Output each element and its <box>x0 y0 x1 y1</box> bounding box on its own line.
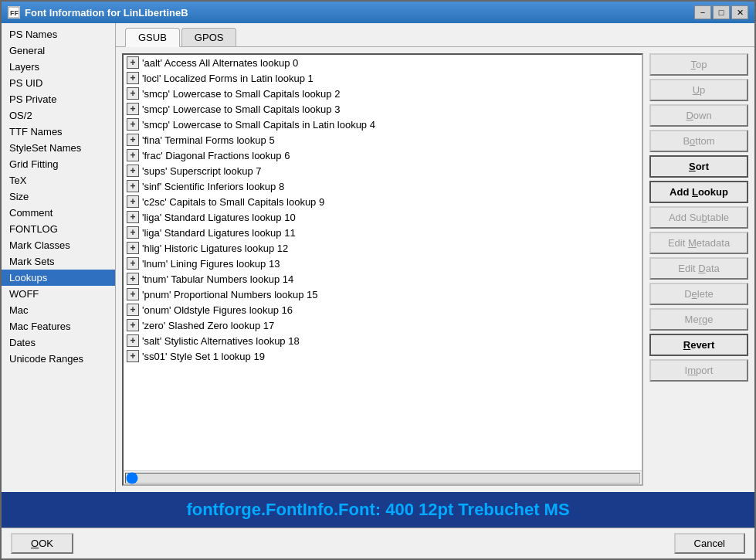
lookup-label: 'salt' Stylistic Alternatives lookup 18 <box>142 335 300 347</box>
lookup-label: 'locl' Localized Forms in Latin lookup 1 <box>142 73 314 84</box>
sidebar-item-grid-fitting[interactable]: Grid Fitting <box>2 156 115 172</box>
minimize-button[interactable]: − <box>694 5 711 19</box>
expand-icon[interactable]: + <box>127 165 139 177</box>
up-button[interactable]: Up <box>649 79 748 101</box>
sidebar-item-os2[interactable]: OS/2 <box>2 107 115 124</box>
lookup-label: 'liga' Standard Ligatures lookup 11 <box>142 227 296 239</box>
lookup-label: 'sups' Superscript lookup 7 <box>142 165 262 177</box>
lookup-label: 'fina' Terminal Forms lookup 5 <box>142 134 275 146</box>
lookup-label: 'hlig' Historic Ligatures lookup 12 <box>142 243 288 254</box>
sidebar-item-tex[interactable]: TeX <box>2 172 115 188</box>
list-item[interactable]: +'sups' Superscript lookup 7 <box>124 163 642 178</box>
status-text: fontforge.FontInfo.Font: 400 12pt Trebuc… <box>186 500 569 520</box>
expand-icon[interactable]: + <box>127 350 139 362</box>
list-item[interactable]: +'frac' Diagonal Fractions lookup 6 <box>124 148 642 163</box>
expand-icon[interactable]: + <box>127 72 139 84</box>
lookup-label: 'smcp' Lowercase to Small Capitals looku… <box>142 104 340 115</box>
top-button[interactable]: Top <box>649 53 748 76</box>
list-item[interactable]: +'liga' Standard Ligatures lookup 11 <box>124 225 642 240</box>
list-item[interactable]: +'pnum' Proportional Numbers lookup 15 <box>124 287 642 302</box>
lookup-label: 'liga' Standard Ligatures lookup 10 <box>142 212 296 223</box>
sidebar-item-ps-names[interactable]: PS Names <box>2 26 115 42</box>
sidebar-item-mac[interactable]: Mac <box>2 302 115 318</box>
expand-icon[interactable]: + <box>127 304 139 316</box>
list-item[interactable]: +'fina' Terminal Forms lookup 5 <box>124 132 642 148</box>
list-item[interactable]: +'smcp' Lowercase to Small Capitals look… <box>124 86 642 101</box>
expand-icon[interactable]: + <box>127 118 139 131</box>
sidebar-item-ttf-names[interactable]: TTF Names <box>2 124 115 140</box>
maximize-button[interactable]: □ <box>713 5 730 19</box>
expand-icon[interactable]: + <box>127 288 139 300</box>
cancel-button[interactable]: Cancel <box>674 533 745 554</box>
close-button[interactable]: ✕ <box>731 5 748 19</box>
delete-button[interactable]: Delete <box>649 283 748 305</box>
sidebar-item-ps-private[interactable]: PS Private <box>2 91 115 107</box>
list-item[interactable]: +'zero' Slashed Zero lookup 17 <box>124 317 642 333</box>
list-item[interactable]: +'salt' Stylistic Alternatives lookup 18 <box>124 333 642 348</box>
list-item[interactable]: +'smcp' Lowercase to Small Capitals in L… <box>124 117 642 132</box>
lookup-list-scroll[interactable]: +'aalt' Access All Alternates lookup 0+'… <box>124 55 642 470</box>
window-title: Font Information for LinLibertineB <box>25 7 188 19</box>
lookup-label: 'lnum' Lining Figures lookup 13 <box>142 258 280 270</box>
list-item[interactable]: +'smcp' Lowercase to Small Capitals look… <box>124 101 642 117</box>
horizontal-scrollbar[interactable] <box>125 473 640 484</box>
down-button[interactable]: Down <box>649 104 748 127</box>
sidebar-item-comment[interactable]: Comment <box>2 205 115 221</box>
list-item[interactable]: +'tnum' Tabular Numbers lookup 14 <box>124 271 642 287</box>
list-item[interactable]: +'aalt' Access All Alternates lookup 0 <box>124 55 642 70</box>
sidebar-item-woff[interactable]: WOFF <box>2 286 115 302</box>
expand-icon[interactable]: + <box>127 149 139 161</box>
list-item[interactable]: +'onum' Oldstyle Figures lookup 16 <box>124 302 642 317</box>
status-bar: fontforge.FontInfo.Font: 400 12pt Trebuc… <box>2 492 754 528</box>
expand-icon[interactable]: + <box>127 273 139 285</box>
tab-gsub[interactable]: GSUB <box>125 28 180 47</box>
sidebar-item-general[interactable]: General <box>2 42 115 59</box>
sidebar-item-lookups[interactable]: Lookups <box>2 270 115 286</box>
bottom-button[interactable]: Bottom <box>649 130 748 152</box>
expand-icon[interactable]: + <box>127 319 139 331</box>
edit-data-button[interactable]: Edit Data <box>649 257 748 280</box>
ok-button[interactable]: OOK <box>11 533 73 554</box>
list-item[interactable]: +'lnum' Lining Figures lookup 13 <box>124 256 642 271</box>
lookup-label: 'frac' Diagonal Fractions lookup 6 <box>142 150 290 161</box>
lookup-label: 'sinf' Scientific Inferiors lookup 8 <box>142 181 284 192</box>
sidebar-item-fontlog[interactable]: FONTLOG <box>2 221 115 237</box>
list-item[interactable]: +'sinf' Scientific Inferiors lookup 8 <box>124 178 642 194</box>
expand-icon[interactable]: + <box>127 257 139 270</box>
expand-icon[interactable]: + <box>127 56 139 69</box>
expand-icon[interactable]: + <box>127 134 139 146</box>
merge-button[interactable]: Merge <box>649 308 748 331</box>
import-button[interactable]: Import <box>649 359 748 382</box>
sidebar-item-mark-classes[interactable]: Mark Classes <box>2 237 115 253</box>
title-bar-left: FF Font Information for LinLibertineB <box>8 6 188 19</box>
sidebar-item-ps-uid[interactable]: PS UID <box>2 75 115 91</box>
expand-icon[interactable]: + <box>127 211 139 223</box>
lookup-label: 'zero' Slashed Zero lookup 17 <box>142 320 274 331</box>
sidebar-item-styleset-names[interactable]: StyleSet Names <box>2 140 115 156</box>
sidebar-item-size[interactable]: Size <box>2 188 115 205</box>
sidebar-item-dates[interactable]: Dates <box>2 334 115 351</box>
revert-button[interactable]: Revert <box>649 334 748 356</box>
add-lookup-button[interactable]: Add Lookup <box>649 181 748 203</box>
edit-metadata-button[interactable]: Edit Metadata <box>649 232 748 254</box>
list-item[interactable]: +'ss01' Style Set 1 lookup 19 <box>124 348 642 364</box>
list-item[interactable]: +'liga' Standard Ligatures lookup 10 <box>124 209 642 225</box>
lookup-label: 'aalt' Access All Alternates lookup 0 <box>142 57 298 69</box>
expand-icon[interactable]: + <box>127 195 139 208</box>
expand-icon[interactable]: + <box>127 226 139 239</box>
sidebar-item-unicode-ranges[interactable]: Unicode Ranges <box>2 351 115 367</box>
sidebar-item-mac-features[interactable]: Mac Features <box>2 318 115 334</box>
expand-icon[interactable]: + <box>127 87 139 100</box>
sidebar-item-layers[interactable]: Layers <box>2 59 115 75</box>
list-item[interactable]: +'hlig' Historic Ligatures lookup 12 <box>124 240 642 256</box>
sidebar-item-mark-sets[interactable]: Mark Sets <box>2 253 115 270</box>
list-item[interactable]: +'locl' Localized Forms in Latin lookup … <box>124 70 642 86</box>
expand-icon[interactable]: + <box>127 180 139 192</box>
expand-icon[interactable]: + <box>127 334 139 347</box>
expand-icon[interactable]: + <box>127 103 139 115</box>
tab-gpos[interactable]: GPOS <box>181 28 237 46</box>
sort-button[interactable]: Sort <box>649 155 748 178</box>
expand-icon[interactable]: + <box>127 242 139 254</box>
add-subtable-button[interactable]: Add Subtable <box>649 206 748 229</box>
list-item[interactable]: +'c2sc' Capitals to Small Capitals looku… <box>124 194 642 209</box>
